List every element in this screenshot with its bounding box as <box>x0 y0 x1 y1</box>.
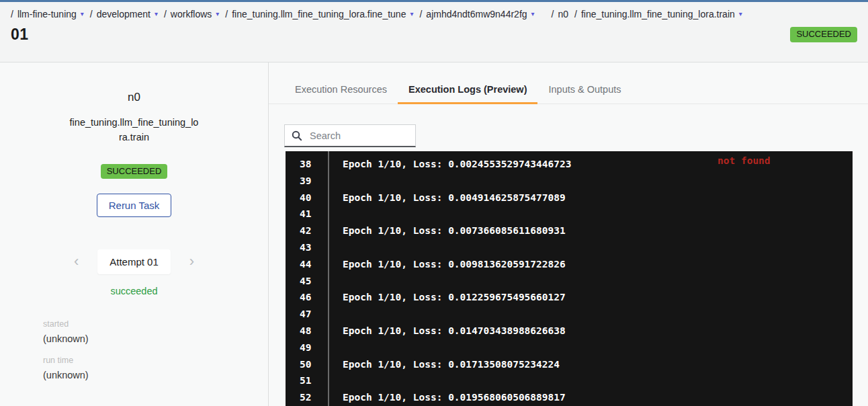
breadcrumb-label[interactable]: development <box>97 9 150 19</box>
log-line-text <box>328 273 343 290</box>
log-line-text <box>328 206 343 222</box>
page-title: 01 <box>11 26 29 44</box>
breadcrumb-label[interactable]: fine_tuning.llm_fine_tuning_lora.fine_tu… <box>232 9 406 19</box>
log-line-number: 41 <box>286 206 328 222</box>
chevron-down-icon[interactable]: ▾ <box>531 11 535 17</box>
tab-execution-logs-preview[interactable]: Execution Logs (Preview) <box>398 76 537 104</box>
log-line-number: 46 <box>286 289 328 306</box>
attempt-status: succeeded <box>0 286 268 296</box>
breadcrumb-separator: / <box>419 9 422 19</box>
log-viewer[interactable]: not found 38 Epoch 1/10, Loss: 0.0024553… <box>286 151 853 406</box>
search-box[interactable] <box>284 124 416 147</box>
chevron-down-icon[interactable]: ▾ <box>410 11 413 17</box>
title-row: 01 SUCCEEDED <box>11 26 857 44</box>
breadcrumb-label[interactable]: llm-fine-tuning <box>17 9 77 19</box>
chevron-down-icon[interactable]: ▾ <box>216 11 219 17</box>
breadcrumb-item[interactable]: / fine_tuning.llm_fine_tuning_lora.train… <box>574 9 742 19</box>
breadcrumb-label[interactable]: workflows <box>171 9 212 19</box>
log-line: 45 <box>286 273 853 290</box>
log-line-number: 52 <box>286 389 328 406</box>
chevron-down-icon[interactable]: ▾ <box>739 11 742 17</box>
chevron-down-icon[interactable]: ▾ <box>81 11 84 17</box>
log-line-text <box>328 306 343 323</box>
breadcrumb-separator: / <box>11 9 13 19</box>
log-line: 43 <box>286 239 853 256</box>
log-line: 48 Epoch 1/10, Loss: 0.01470343898862663… <box>286 323 853 339</box>
breadcrumb-separator: / <box>574 9 577 19</box>
log-line: 49 <box>286 339 853 356</box>
log-line-text <box>328 239 343 256</box>
log-line-text: Epoch 1/10, Loss: 0.009813620591722826 <box>328 256 566 273</box>
log-line: 50 Epoch 1/10, Loss: 0.01713508075234224 <box>286 356 853 373</box>
breadcrumb-item[interactable]: / llm-fine-tuning ▾ <box>11 9 84 19</box>
task-status-row: SUCCEEDED <box>0 164 268 179</box>
detail-fields: started (unknown) run time (unknown) <box>0 319 268 380</box>
breadcrumb-separator: / <box>225 9 228 19</box>
log-line: 42 Epoch 1/10, Loss: 0.00736608561168093… <box>286 222 853 239</box>
log-line: 51 <box>286 372 853 389</box>
log-line-text: Epoch 1/10, Loss: 0.019568060506889817 <box>328 389 566 406</box>
tab-execution-resources[interactable]: Execution Resources <box>284 76 398 104</box>
execution-status-badge: SUCCEEDED <box>790 27 857 42</box>
task-status-badge: SUCCEEDED <box>101 164 168 179</box>
log-line-text: Epoch 1/10, Loss: 0.012259675495660127 <box>328 289 566 306</box>
next-attempt-icon[interactable]: › <box>187 254 197 269</box>
tab-inputs-outputs[interactable]: Inputs & Outputs <box>537 76 632 104</box>
log-line-number: 43 <box>286 239 328 256</box>
log-line-number: 40 <box>286 190 328 206</box>
rerun-task-button[interactable]: Rerun Task <box>97 194 172 217</box>
breadcrumb-label[interactable]: ajmhd4ndt6mw9n44r2fg <box>426 9 527 19</box>
log-line: 44 Epoch 1/10, Loss: 0.00981362059172282… <box>286 256 853 273</box>
log-line: 47 <box>286 306 853 323</box>
previous-attempt-icon[interactable]: ‹ <box>71 254 81 269</box>
log-line-text: Epoch 1/10, Loss: 0.01713508075234224 <box>328 356 560 373</box>
log-line-text <box>328 173 343 190</box>
log-line-number: 48 <box>286 323 328 339</box>
breadcrumb-item[interactable]: / development ▾ <box>90 9 158 19</box>
breadcrumb-separator: / <box>164 9 167 19</box>
breadcrumb-item[interactable]: / workflows ▾ <box>164 9 219 19</box>
log-line: 40 Epoch 1/10, Loss: 0.00491462587547708… <box>286 190 853 206</box>
task-name: fine_tuning.llm_fine_tuning_lora.train <box>70 116 199 145</box>
log-line-number: 42 <box>286 222 328 239</box>
body: n0 fine_tuning.llm_fine_tuning_lora.trai… <box>0 63 868 406</box>
page: / llm-fine-tuning ▾ / development ▾ / wo… <box>0 0 868 406</box>
log-line-number: 47 <box>286 306 328 323</box>
log-lines: 38 Epoch 1/10, Loss: 0.00245535297434467… <box>286 156 853 406</box>
breadcrumb-item[interactable]: / n0 ▾ <box>552 9 568 19</box>
task-detail-panel: n0 fine_tuning.llm_fine_tuning_lora.trai… <box>0 63 269 406</box>
log-line-number: 49 <box>286 339 328 356</box>
search-input[interactable] <box>308 130 408 142</box>
field-value: (unknown) <box>43 333 268 344</box>
breadcrumb-separator: / <box>90 9 93 19</box>
log-line-text <box>328 339 343 356</box>
log-line-number: 38 <box>286 156 328 173</box>
breadcrumb-separator: / <box>552 9 554 19</box>
chevron-down-icon[interactable]: ▾ <box>155 11 158 17</box>
header: / llm-fine-tuning ▾ / development ▾ / wo… <box>0 2 868 63</box>
attempt-navigation: ‹ Attempt 01 › <box>0 249 268 274</box>
node-id: n0 <box>0 91 268 104</box>
log-line-text <box>328 372 343 389</box>
log-line-number: 45 <box>286 273 328 290</box>
log-line: 39 <box>286 173 853 190</box>
log-line-text: Epoch 1/10, Loss: 0.0024553529743446723 <box>328 156 571 173</box>
log-line-number: 51 <box>286 372 328 389</box>
breadcrumb-item[interactable]: / fine_tuning.llm_fine_tuning_lora.fine_… <box>225 9 413 19</box>
breadcrumb-label[interactable]: n0 <box>558 9 569 19</box>
log-line-text: Epoch 1/10, Loss: 0.004914625875477089 <box>328 190 566 206</box>
tab-bar: Execution Resources Execution Logs (Prev… <box>269 76 868 104</box>
field-label: started <box>43 319 268 329</box>
breadcrumb-item[interactable]: / ajmhd4ndt6mw9n44r2fg ▾ <box>419 9 534 19</box>
log-line: 52 Epoch 1/10, Loss: 0.01956806050688981… <box>286 389 853 406</box>
detail-field: started (unknown) <box>43 319 268 344</box>
attempt-selector[interactable]: Attempt 01 <box>97 249 171 274</box>
breadcrumb-label[interactable]: fine_tuning.llm_fine_tuning_lora.train <box>581 9 735 19</box>
log-line: 46 Epoch 1/10, Loss: 0.01225967549566012… <box>286 289 853 306</box>
log-line: 41 <box>286 206 853 222</box>
breadcrumb: / llm-fine-tuning ▾ / development ▾ / wo… <box>11 9 857 19</box>
search-icon <box>292 130 302 141</box>
log-line-text: Epoch 1/10, Loss: 0.014703438988626638 <box>328 323 566 339</box>
main-panel: Execution Resources Execution Logs (Prev… <box>269 63 868 406</box>
log-line-number: 44 <box>286 256 328 273</box>
